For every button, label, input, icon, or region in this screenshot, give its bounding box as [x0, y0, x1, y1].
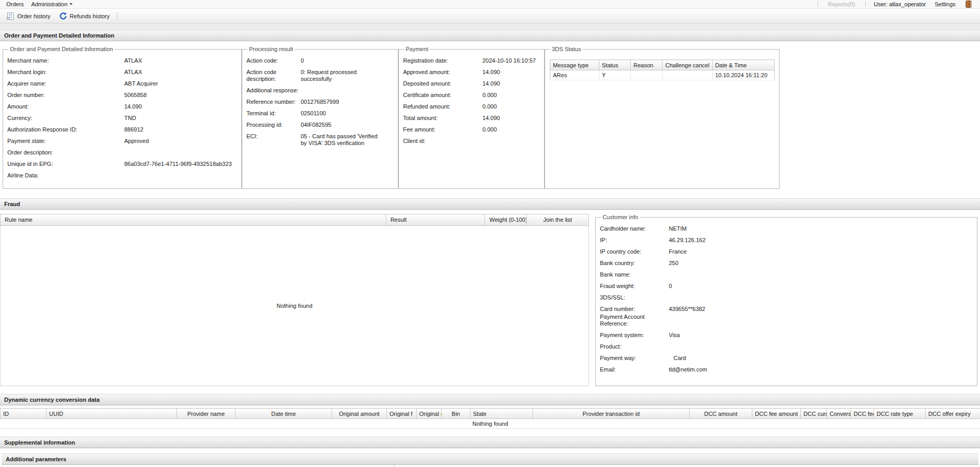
- refunds-history-button[interactable]: Refunds history: [55, 10, 114, 22]
- column-header-dcc-offer-expiry[interactable]: DCC offer expiry: [926, 409, 980, 419]
- order-info-fieldset: Order and Payment Detailed Information M…: [3, 46, 242, 189]
- field-label: Order number:: [7, 92, 124, 99]
- cell-reason: [631, 70, 663, 80]
- field-label: Approved amount:: [403, 69, 482, 76]
- column-header-original-currency[interactable]: Original c: [417, 409, 442, 419]
- field-label: Airline Data:: [7, 172, 124, 179]
- column-header-dcc-fee[interactable]: DCC fee: [851, 409, 874, 419]
- field-label: Action code:: [246, 57, 301, 64]
- column-header-id[interactable]: ID: [1, 409, 46, 419]
- field-value: 0: [669, 283, 973, 290]
- additional-parameters-table-top: [2, 465, 978, 467]
- column-header-message-type[interactable]: Message type: [550, 60, 599, 70]
- column-header-provider-name[interactable]: Provider name: [177, 409, 235, 419]
- field-value: 14.090: [482, 115, 540, 122]
- column-header-dcc-rate-type[interactable]: DCC rate type: [874, 409, 926, 419]
- field-row: Fraud weight:0: [600, 283, 973, 290]
- field-value: tld@netim.com: [669, 366, 973, 373]
- column-header-conversion[interactable]: Conversi: [827, 409, 851, 419]
- menu-bar: Orders Administration Reports(0) User: a…: [0, 0, 980, 9]
- cell-message-type: ARes: [550, 70, 599, 80]
- column-header-join-the-list[interactable]: Join the list: [527, 214, 588, 225]
- column-header-state[interactable]: State: [470, 409, 533, 419]
- column-header-challenge-cancel[interactable]: Challenge cancel: [663, 60, 712, 70]
- field-row: Bank name:: [600, 271, 973, 278]
- field-value: [482, 138, 540, 145]
- column-header-rule-name[interactable]: Rule name: [1, 214, 386, 225]
- field-value: [301, 87, 380, 94]
- column-header-dcc-currency[interactable]: DCC curr: [801, 409, 827, 419]
- menu-reports[interactable]: Reports(0): [824, 1, 859, 7]
- field-row: Email:tld@netim.com: [600, 366, 973, 373]
- field-value: 0.000: [482, 126, 540, 133]
- column-header-original-amount[interactable]: Original amount: [332, 409, 387, 419]
- field-label: Refunded amount:: [403, 103, 482, 110]
- field-value: 439655**6382: [669, 306, 973, 313]
- field-label: Payment system:: [600, 332, 669, 339]
- field-label: Email:: [600, 366, 669, 373]
- table-row[interactable]: ARes Y 10.10.2024 16:11:20: [550, 70, 775, 80]
- logout-door-icon: [964, 0, 973, 8]
- column-header-status[interactable]: Status: [599, 60, 630, 70]
- field-row: Unique id in EPG:86a03cd7-76e1-4711-96f9…: [7, 161, 237, 167]
- menu-bar-right: Reports(0) User: atlax_operator Settings: [814, 0, 973, 8]
- field-row: Bank country:250: [600, 260, 973, 267]
- threeds-status-table: Message type Status Reason Challenge can…: [550, 59, 775, 80]
- processing-result-fieldset: Processing result Action code:0 Action c…: [242, 46, 398, 189]
- column-header-provider-transaction-id[interactable]: Provider transaction id: [533, 409, 690, 419]
- field-row: Refunded amount:0.000: [403, 103, 540, 110]
- column-header-result[interactable]: Result: [386, 214, 486, 225]
- menu-orders[interactable]: Orders: [3, 1, 28, 7]
- field-label: IP country code:: [600, 248, 669, 255]
- field-row: Order number:5065858: [7, 92, 237, 99]
- column-header-dcc-fee-amount[interactable]: DCC fee amount: [752, 409, 801, 419]
- field-row: Amount:14.090: [7, 103, 237, 110]
- field-row: Deposited amount:14.090: [403, 80, 540, 87]
- column-header-reason[interactable]: Reason: [631, 60, 663, 70]
- menu-settings[interactable]: Settings: [931, 1, 959, 7]
- customer-info-legend: Customer info: [601, 214, 640, 220]
- field-value: [669, 343, 973, 350]
- field-label: Bank country:: [600, 260, 669, 267]
- field-row: Cardholder name:NETIM: [600, 225, 973, 232]
- refunds-history-label: Refunds history: [70, 13, 110, 19]
- field-value: 2024-10-10 16:10:57: [482, 57, 540, 64]
- field-row: Additional response:: [246, 87, 394, 94]
- field-value: [669, 314, 973, 327]
- field-label: Fee amount:: [403, 126, 482, 133]
- toolbar-separator: [117, 12, 117, 20]
- field-label: Currency:: [7, 115, 124, 122]
- payment-legend: Payment: [404, 46, 430, 52]
- field-row: Fee amount:0.000: [403, 126, 540, 133]
- spacer: [0, 448, 980, 453]
- field-value: [669, 294, 973, 301]
- column-header-date-time[interactable]: Date time: [235, 409, 332, 419]
- field-label: Fraud weight:: [600, 283, 669, 290]
- column-header-weight[interactable]: Weight (0-100): [485, 214, 527, 225]
- field-row: Client id:: [403, 138, 540, 145]
- threeds-status-fieldset: 3DS Status Message type Status Reason Ch…: [545, 46, 780, 189]
- cell-challenge-cancel: [663, 70, 712, 80]
- menu-separator: [818, 1, 818, 7]
- column-header-bin[interactable]: Bin: [442, 409, 470, 419]
- field-label: Order description:: [7, 149, 124, 156]
- field-row: Payment Account Reference:: [600, 314, 973, 327]
- column-header-date-time[interactable]: Date & Time: [712, 60, 774, 70]
- column-header-original-fee[interactable]: Original f: [387, 409, 417, 419]
- dcc-section-header: Dynamic currency conversion data: [0, 394, 980, 405]
- order-history-button[interactable]: Order history: [2, 10, 55, 22]
- fraud-empty-text: Nothing found: [277, 303, 313, 309]
- fraud-empty-body: Nothing found: [0, 226, 589, 386]
- field-value: 14.090: [482, 80, 540, 87]
- logout-button[interactable]: [964, 0, 973, 8]
- field-value: 0.000: [482, 103, 540, 110]
- field-label: Payment state:: [7, 138, 124, 145]
- spacer: [0, 429, 980, 437]
- column-header-uuid[interactable]: UUID: [46, 409, 177, 419]
- processing-result-legend: Processing result: [247, 46, 294, 52]
- field-row: Authorization Response ID:886912: [7, 126, 237, 133]
- column-header-dcc-amount[interactable]: DCC amount: [690, 409, 752, 419]
- menu-administration[interactable]: Administration: [28, 1, 77, 7]
- field-row: Product:: [600, 343, 973, 350]
- field-row: Merchant name:ATLAX: [7, 57, 237, 64]
